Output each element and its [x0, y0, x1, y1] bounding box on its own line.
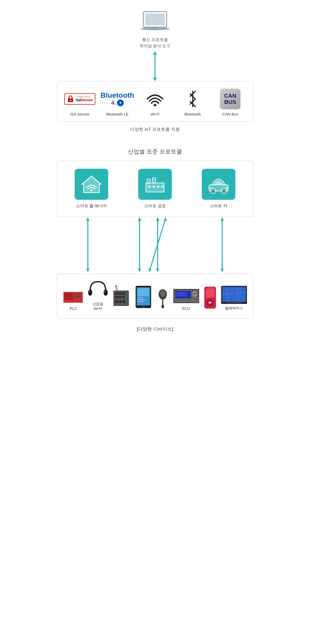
- smart-home-icon: [80, 174, 103, 195]
- svg-rect-39: [77, 293, 79, 295]
- svg-rect-62: [138, 299, 145, 300]
- svg-point-66: [160, 290, 165, 297]
- plc-label: PLC: [70, 306, 77, 311]
- isa-secure-text: ISASecure: [76, 98, 93, 102]
- svg-rect-61: [138, 297, 143, 298]
- laptop-section: 통신 프로토콜 취약점 분석 도구: [140, 10, 171, 79]
- industry-item-smart-home: 스마트 홈·에너지: [62, 169, 121, 209]
- svg-rect-63: [138, 301, 144, 302]
- industry-title: 산업별 표준 프로토콜: [128, 148, 182, 156]
- industry-item-smart-factory: 스마트 공장: [126, 169, 184, 209]
- svg-marker-34: [221, 269, 224, 272]
- devices-box: PLC 산업용Wi-Fi: [57, 274, 253, 319]
- earphone-icon: [156, 288, 169, 309]
- gateway-icon: [112, 285, 130, 309]
- plc-icon: [63, 290, 84, 304]
- svg-rect-4: [70, 100, 71, 101]
- arrows-svg: [57, 217, 253, 274]
- device-item-earphone: [156, 288, 169, 311]
- svg-rect-72: [176, 292, 187, 296]
- svg-rect-73: [192, 291, 197, 293]
- svg-rect-53: [115, 301, 118, 303]
- canbus-label: CAN Bus: [222, 112, 238, 116]
- bluetooth-label: Bluetooth: [184, 112, 201, 116]
- protocol-items-row: Certified Device ISASecure ISA Secure Bl…: [62, 89, 248, 116]
- bt-le-logo: Bluetooth 4. ✦: [100, 92, 134, 106]
- wifi-label: Wi-Fi: [150, 112, 159, 116]
- svg-rect-13: [157, 186, 159, 188]
- device-item-gateway: [112, 285, 130, 311]
- canbus-bus-text: BUS: [224, 99, 236, 105]
- protocol-item-canbus: CAN BUS CAN Bus: [213, 89, 248, 116]
- svg-rect-19: [225, 187, 228, 189]
- wifi-icon-area: [146, 89, 164, 109]
- svg-rect-60: [138, 288, 149, 296]
- laptop-icon: [140, 10, 171, 34]
- svg-rect-40: [79, 293, 81, 295]
- device-item-telematics: 텔레매틱스: [221, 286, 247, 311]
- svg-rect-38: [75, 293, 76, 295]
- svg-point-64: [142, 306, 144, 308]
- device-item-industrial-wifi: 산업용Wi-Fi: [88, 279, 108, 311]
- isa-text-area: Certified Device ISASecure: [76, 96, 93, 102]
- svg-point-17: [222, 189, 226, 193]
- svg-marker-31: [148, 269, 151, 272]
- svg-marker-24: [138, 217, 141, 221]
- svg-rect-14: [161, 186, 163, 188]
- svg-point-68: [161, 305, 164, 308]
- svg-marker-27: [156, 217, 159, 221]
- bt-le-label: Bluetooth LE: [106, 112, 128, 116]
- svg-rect-9: [147, 179, 150, 183]
- industry-items-row: 스마트 홈·에너지: [62, 169, 248, 209]
- industry-box: 스마트 홈·에너지: [57, 161, 253, 217]
- svg-point-47: [104, 290, 106, 293]
- svg-rect-11: [148, 186, 151, 188]
- svg-rect-37: [64, 293, 73, 300]
- industry-item-smart-car: 스마트 카: [189, 169, 248, 209]
- wifi-icon: [146, 90, 164, 108]
- isa-lock-icon: [67, 95, 74, 103]
- svg-point-57: [126, 296, 127, 298]
- smart-home-icon-box: [75, 169, 108, 200]
- telematics-icon: [221, 286, 247, 304]
- bidirectional-arrow-top: [154, 53, 156, 79]
- bluetooth-icon-area: [186, 89, 199, 109]
- svg-rect-55: [122, 301, 125, 303]
- industrial-wifi-label: 산업용Wi-Fi: [92, 302, 103, 311]
- svg-point-44: [88, 289, 92, 296]
- svg-rect-18: [209, 187, 212, 189]
- svg-marker-28: [156, 269, 159, 272]
- svg-rect-2: [152, 27, 158, 28]
- svg-point-46: [89, 290, 90, 293]
- svg-marker-30: [164, 217, 167, 221]
- canbus-can-text: CAN: [224, 93, 236, 99]
- device-item-ecu: ECU: [173, 288, 199, 311]
- svg-rect-80: [208, 287, 213, 288]
- smart-factory-label: 스마트 공장: [144, 203, 166, 209]
- svg-rect-1: [145, 13, 165, 25]
- ecu-icon: [173, 288, 199, 304]
- protocol-box: Certified Device ISASecure ISA Secure Bl…: [57, 81, 253, 122]
- svg-rect-54: [119, 301, 121, 303]
- protocol-item-wifi: Wi-Fi: [137, 89, 173, 116]
- ecu-label: ECU: [182, 306, 190, 311]
- canbus-logo: CAN BUS: [220, 89, 241, 109]
- laptop-label: 통신 프로토콜 취약점 분석 도구: [140, 37, 171, 49]
- isa-icon-area: Certified Device ISASecure: [64, 89, 95, 109]
- mp3-icon: [203, 287, 217, 309]
- smart-factory-icon: [143, 174, 167, 195]
- protocol-item-bluetooth: Bluetooth: [175, 89, 210, 116]
- svg-rect-87: [226, 302, 242, 303]
- svg-point-45: [104, 289, 108, 296]
- svg-rect-42: [77, 296, 79, 297]
- smart-home-label: 스마트 홈·에너지: [76, 203, 107, 209]
- svg-rect-10: [152, 178, 156, 183]
- svg-marker-22: [86, 269, 89, 272]
- devices-caption: [다양한 디바이스]: [137, 326, 173, 332]
- tablet-icon: [134, 285, 152, 309]
- svg-marker-33: [221, 217, 224, 221]
- bt-le-symbol: ✦: [117, 99, 124, 106]
- svg-point-5: [154, 104, 156, 106]
- isa-secure-logo: Certified Device ISASecure: [64, 93, 95, 105]
- smart-car-label: 스마트 카: [210, 203, 227, 209]
